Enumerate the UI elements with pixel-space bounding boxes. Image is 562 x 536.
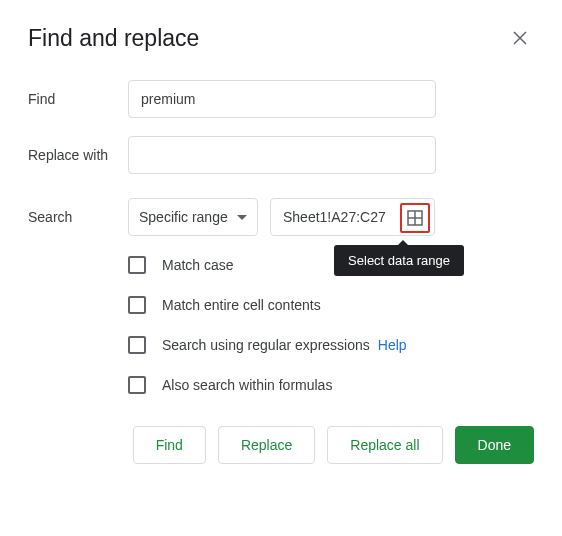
dialog-title: Find and replace [28, 25, 199, 52]
search-scope-select[interactable]: Specific range [128, 198, 258, 236]
replace-all-button[interactable]: Replace all [327, 426, 442, 464]
regex-label: Search using regular expressions [162, 337, 370, 353]
formulas-row: Also search within formulas [128, 376, 534, 394]
grid-icon [407, 210, 423, 226]
find-label: Find [28, 91, 128, 107]
close-button[interactable] [506, 24, 534, 52]
find-button[interactable]: Find [133, 426, 206, 464]
find-replace-dialog: Find and replace Find Replace with Searc… [0, 0, 562, 492]
search-row: Search Specific range Select data range [28, 198, 534, 236]
formulas-checkbox[interactable] [128, 376, 146, 394]
match-case-row: Match case [128, 256, 534, 274]
done-button[interactable]: Done [455, 426, 534, 464]
match-case-label: Match case [162, 257, 234, 273]
match-entire-checkbox[interactable] [128, 296, 146, 314]
regex-checkbox[interactable] [128, 336, 146, 354]
match-entire-row: Match entire cell contents [128, 296, 534, 314]
select-range-tooltip: Select data range [334, 245, 464, 276]
regex-row: Search using regular expressions Help [128, 336, 534, 354]
options-group: Match case Match entire cell contents Se… [128, 256, 534, 394]
search-label: Search [28, 209, 128, 225]
chevron-down-icon [237, 215, 247, 220]
replace-input[interactable] [128, 136, 436, 174]
range-input[interactable] [281, 208, 391, 226]
close-icon [512, 30, 528, 46]
dialog-header: Find and replace [28, 24, 534, 52]
replace-row: Replace with [28, 136, 534, 174]
search-scope-value: Specific range [139, 209, 237, 225]
match-case-checkbox[interactable] [128, 256, 146, 274]
find-input[interactable] [128, 80, 436, 118]
regex-help-link[interactable]: Help [378, 337, 407, 353]
match-entire-label: Match entire cell contents [162, 297, 321, 313]
select-data-range-button[interactable] [400, 203, 430, 233]
find-row: Find [28, 80, 534, 118]
replace-label: Replace with [28, 147, 128, 163]
range-field: Select data range [270, 198, 435, 236]
replace-button[interactable]: Replace [218, 426, 315, 464]
dialog-footer: Find Replace Replace all Done [28, 426, 534, 464]
formulas-label: Also search within formulas [162, 377, 332, 393]
